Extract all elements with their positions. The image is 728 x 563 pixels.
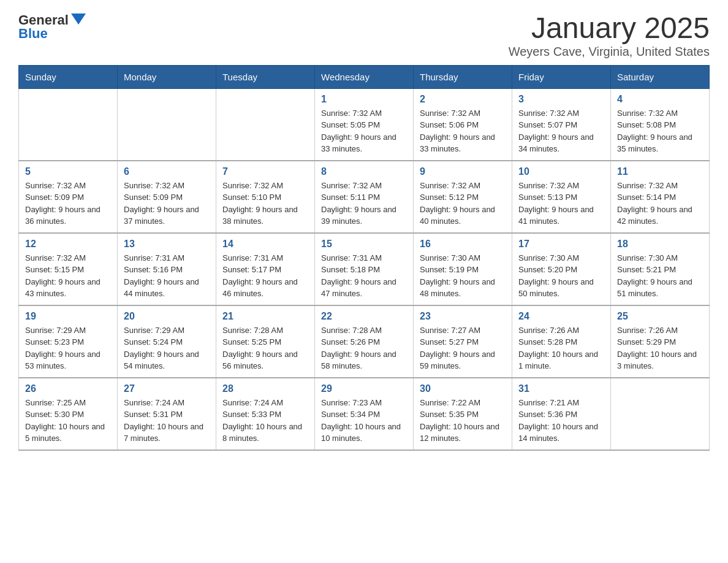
day-info: Sunrise: 7:31 AMSunset: 5:18 PMDaylight:… xyxy=(321,252,407,300)
header-sunday: Sunday xyxy=(19,65,118,88)
cell-week4-day3: 22Sunrise: 7:28 AMSunset: 5:26 PMDayligh… xyxy=(315,305,414,378)
day-info: Sunrise: 7:31 AMSunset: 5:16 PMDaylight:… xyxy=(124,252,210,300)
day-info: Sunrise: 7:32 AMSunset: 5:05 PMDaylight:… xyxy=(321,107,407,155)
day-info: Sunrise: 7:32 AMSunset: 5:15 PMDaylight:… xyxy=(25,252,111,300)
cell-week2-day0: 5Sunrise: 7:32 AMSunset: 5:09 PMDaylight… xyxy=(19,161,118,233)
page-header: General Blue January 2025 Weyers Cave, V… xyxy=(18,12,710,59)
day-info: Sunrise: 7:27 AMSunset: 5:27 PMDaylight:… xyxy=(420,324,506,372)
cell-week3-day6: 18Sunrise: 7:30 AMSunset: 5:21 PMDayligh… xyxy=(611,233,710,305)
day-info: Sunrise: 7:22 AMSunset: 5:35 PMDaylight:… xyxy=(420,397,506,445)
title-block: January 2025 Weyers Cave, Virginia, Unit… xyxy=(509,12,710,59)
day-number: 21 xyxy=(222,311,308,322)
day-info: Sunrise: 7:29 AMSunset: 5:24 PMDaylight:… xyxy=(124,324,210,372)
day-number: 25 xyxy=(617,311,703,322)
logo-triangle-icon xyxy=(71,13,86,25)
header-monday: Monday xyxy=(118,65,216,88)
cell-week5-day0: 26Sunrise: 7:25 AMSunset: 5:30 PMDayligh… xyxy=(19,378,118,450)
day-info: Sunrise: 7:28 AMSunset: 5:26 PMDaylight:… xyxy=(321,324,407,372)
day-info: Sunrise: 7:31 AMSunset: 5:17 PMDaylight:… xyxy=(222,252,308,300)
day-number: 19 xyxy=(25,311,111,322)
cell-week3-day1: 13Sunrise: 7:31 AMSunset: 5:16 PMDayligh… xyxy=(118,233,216,305)
day-info: Sunrise: 7:32 AMSunset: 5:06 PMDaylight:… xyxy=(420,107,506,155)
day-number: 11 xyxy=(617,166,703,177)
cell-week3-day3: 15Sunrise: 7:31 AMSunset: 5:18 PMDayligh… xyxy=(315,233,414,305)
day-info: Sunrise: 7:25 AMSunset: 5:30 PMDaylight:… xyxy=(25,397,111,445)
day-info: Sunrise: 7:30 AMSunset: 5:20 PMDaylight:… xyxy=(518,252,604,300)
day-number: 8 xyxy=(321,166,407,177)
calendar-body: 1Sunrise: 7:32 AMSunset: 5:05 PMDaylight… xyxy=(19,88,710,450)
day-info: Sunrise: 7:29 AMSunset: 5:23 PMDaylight:… xyxy=(25,324,111,372)
day-number: 27 xyxy=(124,383,210,394)
cell-week1-day4: 2Sunrise: 7:32 AMSunset: 5:06 PMDaylight… xyxy=(414,88,512,161)
day-number: 23 xyxy=(420,311,506,322)
day-info: Sunrise: 7:23 AMSunset: 5:34 PMDaylight:… xyxy=(321,397,407,445)
logo: General Blue xyxy=(18,12,86,42)
day-number: 18 xyxy=(617,239,703,250)
day-info: Sunrise: 7:32 AMSunset: 5:11 PMDaylight:… xyxy=(321,180,407,228)
day-number: 9 xyxy=(420,166,506,177)
cell-week1-day2 xyxy=(216,88,315,161)
day-info: Sunrise: 7:30 AMSunset: 5:21 PMDaylight:… xyxy=(617,252,703,300)
week-row-2: 5Sunrise: 7:32 AMSunset: 5:09 PMDaylight… xyxy=(19,161,710,233)
cell-week5-day1: 27Sunrise: 7:24 AMSunset: 5:31 PMDayligh… xyxy=(118,378,216,450)
logo-blue-text: Blue xyxy=(18,26,48,42)
day-number: 29 xyxy=(321,383,407,394)
day-number: 16 xyxy=(420,239,506,250)
day-number: 12 xyxy=(25,239,111,250)
day-number: 13 xyxy=(124,239,210,250)
calendar-subtitle: Weyers Cave, Virginia, United States xyxy=(509,45,710,59)
header-saturday: Saturday xyxy=(611,65,710,88)
day-number: 5 xyxy=(25,166,111,177)
cell-week2-day6: 11Sunrise: 7:32 AMSunset: 5:14 PMDayligh… xyxy=(611,161,710,233)
calendar-title: January 2025 xyxy=(509,12,710,45)
cell-week1-day1 xyxy=(118,88,216,161)
day-info: Sunrise: 7:32 AMSunset: 5:10 PMDaylight:… xyxy=(222,180,308,228)
cell-week1-day3: 1Sunrise: 7:32 AMSunset: 5:05 PMDaylight… xyxy=(315,88,414,161)
day-number: 15 xyxy=(321,239,407,250)
cell-week4-day1: 20Sunrise: 7:29 AMSunset: 5:24 PMDayligh… xyxy=(118,305,216,378)
cell-week1-day0 xyxy=(19,88,118,161)
week-row-1: 1Sunrise: 7:32 AMSunset: 5:05 PMDaylight… xyxy=(19,88,710,161)
day-number: 31 xyxy=(518,383,604,394)
day-number: 30 xyxy=(420,383,506,394)
cell-week4-day0: 19Sunrise: 7:29 AMSunset: 5:23 PMDayligh… xyxy=(19,305,118,378)
day-info: Sunrise: 7:32 AMSunset: 5:09 PMDaylight:… xyxy=(124,180,210,228)
cell-week3-day5: 17Sunrise: 7:30 AMSunset: 5:20 PMDayligh… xyxy=(512,233,611,305)
cell-week1-day6: 4Sunrise: 7:32 AMSunset: 5:08 PMDaylight… xyxy=(611,88,710,161)
week-row-5: 26Sunrise: 7:25 AMSunset: 5:30 PMDayligh… xyxy=(19,378,710,450)
week-row-4: 19Sunrise: 7:29 AMSunset: 5:23 PMDayligh… xyxy=(19,305,710,378)
day-info: Sunrise: 7:32 AMSunset: 5:07 PMDaylight:… xyxy=(518,107,604,155)
cell-week4-day2: 21Sunrise: 7:28 AMSunset: 5:25 PMDayligh… xyxy=(216,305,315,378)
day-number: 26 xyxy=(25,383,111,394)
day-number: 14 xyxy=(222,239,308,250)
day-number: 24 xyxy=(518,311,604,322)
day-info: Sunrise: 7:24 AMSunset: 5:31 PMDaylight:… xyxy=(124,397,210,445)
cell-week5-day3: 29Sunrise: 7:23 AMSunset: 5:34 PMDayligh… xyxy=(315,378,414,450)
day-info: Sunrise: 7:30 AMSunset: 5:19 PMDaylight:… xyxy=(420,252,506,300)
day-number: 17 xyxy=(518,239,604,250)
calendar-table: Sunday Monday Tuesday Wednesday Thursday… xyxy=(18,65,710,451)
day-info: Sunrise: 7:21 AMSunset: 5:36 PMDaylight:… xyxy=(518,397,604,445)
cell-week4-day6: 25Sunrise: 7:26 AMSunset: 5:29 PMDayligh… xyxy=(611,305,710,378)
day-number: 22 xyxy=(321,311,407,322)
cell-week5-day6 xyxy=(611,378,710,450)
calendar-header: Sunday Monday Tuesday Wednesday Thursday… xyxy=(19,65,710,88)
day-info: Sunrise: 7:28 AMSunset: 5:25 PMDaylight:… xyxy=(222,324,308,372)
week-row-3: 12Sunrise: 7:32 AMSunset: 5:15 PMDayligh… xyxy=(19,233,710,305)
cell-week1-day5: 3Sunrise: 7:32 AMSunset: 5:07 PMDaylight… xyxy=(512,88,611,161)
day-number: 3 xyxy=(518,94,604,105)
day-info: Sunrise: 7:32 AMSunset: 5:14 PMDaylight:… xyxy=(617,180,703,228)
cell-week4-day5: 24Sunrise: 7:26 AMSunset: 5:28 PMDayligh… xyxy=(512,305,611,378)
day-info: Sunrise: 7:26 AMSunset: 5:28 PMDaylight:… xyxy=(518,324,604,372)
cell-week2-day4: 9Sunrise: 7:32 AMSunset: 5:12 PMDaylight… xyxy=(414,161,512,233)
header-tuesday: Tuesday xyxy=(216,65,315,88)
cell-week4-day4: 23Sunrise: 7:27 AMSunset: 5:27 PMDayligh… xyxy=(414,305,512,378)
day-number: 28 xyxy=(222,383,308,394)
day-number: 2 xyxy=(420,94,506,105)
header-thursday: Thursday xyxy=(414,65,512,88)
cell-week2-day3: 8Sunrise: 7:32 AMSunset: 5:11 PMDaylight… xyxy=(315,161,414,233)
day-info: Sunrise: 7:32 AMSunset: 5:13 PMDaylight:… xyxy=(518,180,604,228)
day-info: Sunrise: 7:32 AMSunset: 5:09 PMDaylight:… xyxy=(25,180,111,228)
day-number: 10 xyxy=(518,166,604,177)
cell-week3-day2: 14Sunrise: 7:31 AMSunset: 5:17 PMDayligh… xyxy=(216,233,315,305)
